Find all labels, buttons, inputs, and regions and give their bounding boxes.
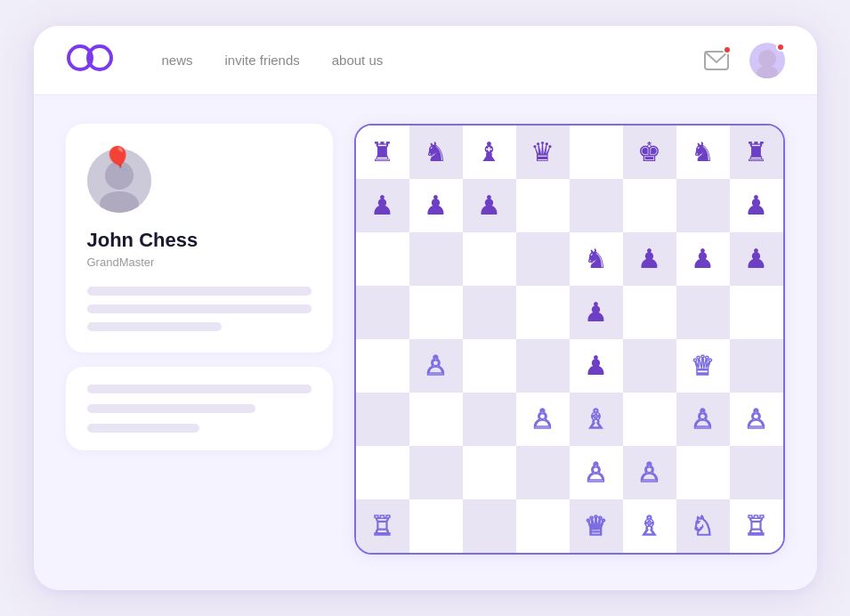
- chess-cell-2-1[interactable]: [409, 232, 463, 286]
- chess-cell-6-4[interactable]: ♙: [570, 446, 623, 499]
- chess-cell-6-3[interactable]: [516, 446, 570, 499]
- chess-cell-6-2[interactable]: [463, 446, 516, 499]
- chess-piece: ♙: [637, 459, 661, 486]
- app-window: news invite friends about us: [34, 26, 817, 590]
- chess-cell-3-2[interactable]: [463, 286, 516, 339]
- chess-cell-0-2[interactable]: ♝: [463, 126, 516, 179]
- chess-cell-5-5[interactable]: [623, 393, 676, 446]
- chess-cell-3-7[interactable]: [730, 286, 783, 339]
- profile-title: GrandMaster: [87, 255, 155, 269]
- profile-line-1: [87, 287, 312, 296]
- avatar-badge: [776, 43, 785, 52]
- nav-invite-friends[interactable]: invite friends: [225, 53, 300, 68]
- chess-cell-3-6[interactable]: [676, 286, 730, 339]
- chess-cell-0-7[interactable]: ♜: [730, 126, 783, 179]
- chess-cell-7-2[interactable]: [463, 499, 516, 553]
- chess-cell-0-4[interactable]: [570, 126, 623, 179]
- chess-cell-3-1[interactable]: [409, 286, 463, 339]
- svg-point-4: [757, 66, 778, 78]
- chess-cell-5-0[interactable]: [356, 393, 409, 446]
- chess-piece: ♟: [691, 246, 715, 272]
- chess-piece: ♖: [744, 513, 768, 539]
- nav-about-us[interactable]: about us: [332, 53, 384, 68]
- chess-cell-7-0[interactable]: ♖: [356, 499, 409, 553]
- chess-cell-4-2[interactable]: [463, 339, 516, 393]
- chess-cell-2-7[interactable]: ♟: [730, 232, 783, 286]
- chess-cell-7-4[interactable]: ♕: [570, 499, 623, 553]
- chess-cell-0-5[interactable]: ♚: [623, 126, 676, 179]
- chess-cell-1-5[interactable]: [623, 179, 676, 232]
- chess-piece: ♕: [584, 513, 608, 539]
- chess-cell-6-6[interactable]: [676, 446, 730, 499]
- chess-cell-5-1[interactable]: [409, 393, 463, 446]
- chess-cell-4-0[interactable]: [356, 339, 409, 393]
- chess-cell-4-3[interactable]: [516, 339, 570, 393]
- chess-cell-0-3[interactable]: ♛: [516, 126, 570, 179]
- chess-piece: ♜: [744, 139, 768, 166]
- profile-line-3: [87, 322, 222, 331]
- chess-cell-0-0[interactable]: ♜: [356, 126, 409, 179]
- chess-cell-5-3[interactable]: ♙: [516, 393, 570, 446]
- nav-news[interactable]: news: [162, 53, 193, 68]
- chess-cell-1-0[interactable]: ♟: [356, 179, 409, 232]
- chess-cell-5-7[interactable]: ♙: [730, 393, 783, 446]
- chess-cell-3-4[interactable]: ♟: [570, 286, 623, 339]
- chess-cell-1-1[interactable]: ♟: [409, 179, 463, 232]
- header-actions: [700, 43, 785, 78]
- chess-cell-7-3[interactable]: [516, 499, 570, 553]
- chess-piece: ♘: [691, 513, 715, 539]
- chess-board-container: ♜♞♝♛♚♞♜♟♟♟♟♞♟♟♟♟♙♟♛♙♗♙♙♙♙♖♕♗♘♖: [354, 124, 785, 555]
- chess-cell-2-2[interactable]: [463, 232, 516, 286]
- chess-cell-3-5[interactable]: [623, 286, 676, 339]
- mail-button[interactable]: [700, 44, 733, 77]
- chess-cell-6-1[interactable]: [409, 446, 463, 499]
- chess-cell-4-5[interactable]: [623, 339, 676, 393]
- info-line-1: [87, 385, 312, 393]
- chess-piece: ♙: [530, 406, 555, 433]
- logo: [66, 42, 119, 78]
- chess-piece: ♟: [424, 192, 448, 219]
- chess-cell-1-4[interactable]: [570, 179, 623, 232]
- chess-cell-7-7[interactable]: ♖: [730, 499, 783, 553]
- chess-cell-2-3[interactable]: [516, 232, 570, 286]
- chess-cell-6-0[interactable]: [356, 446, 409, 499]
- chess-cell-2-0[interactable]: [356, 232, 409, 286]
- chess-cell-4-7[interactable]: [730, 339, 783, 393]
- chess-piece: ♜: [370, 139, 394, 166]
- chess-cell-7-1[interactable]: [409, 499, 463, 553]
- chess-cell-7-5[interactable]: ♗: [623, 499, 676, 553]
- chess-cell-5-6[interactable]: ♙: [676, 393, 730, 446]
- chess-cell-1-7[interactable]: ♟: [730, 179, 783, 232]
- svg-point-6: [100, 191, 139, 213]
- chess-piece: ♗: [637, 513, 661, 539]
- chess-board: ♜♞♝♛♚♞♜♟♟♟♟♞♟♟♟♟♙♟♛♙♗♙♙♙♙♖♕♗♘♖: [356, 126, 783, 553]
- chess-piece: ♖: [370, 513, 394, 539]
- chess-piece: ♟: [584, 299, 608, 326]
- chess-cell-2-4[interactable]: ♞: [570, 232, 623, 286]
- chess-cell-4-1[interactable]: ♙: [409, 339, 463, 393]
- chess-cell-0-6[interactable]: ♞: [676, 126, 730, 179]
- left-panel: 🎈 John Chess GrandMaster: [66, 124, 333, 555]
- svg-point-3: [758, 50, 776, 68]
- chess-cell-7-6[interactable]: ♘: [676, 499, 730, 553]
- chess-cell-3-3[interactable]: [516, 286, 570, 339]
- chess-piece: ♞: [584, 246, 608, 272]
- chess-cell-4-6[interactable]: ♛: [676, 339, 730, 393]
- chess-cell-2-5[interactable]: ♟: [623, 232, 676, 286]
- chess-cell-0-1[interactable]: ♞: [409, 126, 463, 179]
- avatar-hat: 🎈: [103, 145, 132, 173]
- chess-cell-5-4[interactable]: ♗: [570, 393, 623, 446]
- chess-piece: ♟: [637, 246, 661, 272]
- chess-cell-1-3[interactable]: [516, 179, 570, 232]
- chess-cell-5-2[interactable]: [463, 393, 516, 446]
- chess-cell-1-6[interactable]: [676, 179, 730, 232]
- chess-cell-3-0[interactable]: [356, 286, 409, 339]
- chess-cell-4-4[interactable]: ♟: [570, 339, 623, 393]
- chess-cell-2-6[interactable]: ♟: [676, 232, 730, 286]
- avatar-button[interactable]: [749, 43, 785, 78]
- chess-cell-6-5[interactable]: ♙: [623, 446, 676, 499]
- chess-cell-6-7[interactable]: [730, 446, 783, 499]
- chess-cell-1-2[interactable]: ♟: [463, 179, 516, 232]
- mail-badge: [723, 45, 732, 54]
- chess-piece: ♙: [691, 406, 715, 433]
